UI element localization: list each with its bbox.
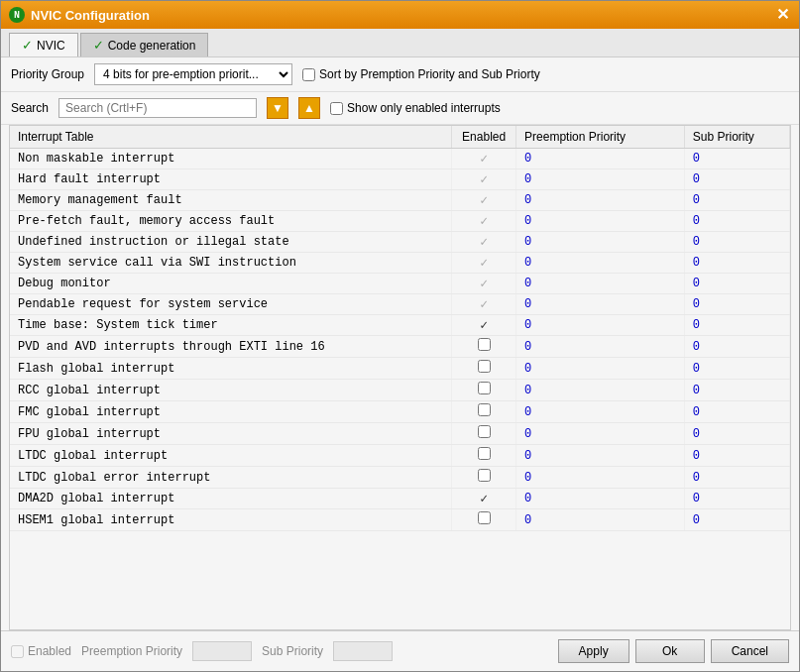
interrupt-enabled[interactable] [452,336,516,358]
col-header-preemption: Preemption Priority [516,126,685,149]
interrupt-name: HSEM1 global interrupt [10,509,452,531]
bottom-bar: Enabled Preemption Priority Sub Priority… [1,630,799,671]
interrupt-name: Undefined instruction or illegal state [10,232,452,253]
show-enabled-text: Show only enabled interrupts [347,101,501,115]
bottom-enabled-label: Enabled [11,644,71,658]
close-button[interactable]: ✕ [774,7,791,23]
interrupt-sub: 0 [684,211,789,232]
apply-button[interactable]: Apply [558,639,629,663]
interrupt-preemption: 0 [516,489,685,509]
interrupt-preemption: 0 [516,211,685,232]
sort-checkbox[interactable] [302,68,315,81]
bottom-enabled-checkbox[interactable] [11,645,24,658]
table-row: DMA2D global interrupt✓00 [10,489,790,509]
content-area: Interrupt Table Enabled Preemption Prior… [1,125,799,630]
interrupt-sub: 0 [684,336,789,358]
search-input[interactable] [58,98,257,118]
interrupt-enabled[interactable]: ✓ [452,253,516,274]
interrupt-preemption: 0 [516,149,685,169]
interrupt-sub: 0 [684,253,789,274]
interrupt-preemption: 0 [516,509,685,531]
interrupt-enabled[interactable]: ✓ [452,190,516,211]
table-row: System service call via SWI instruction✓… [10,253,790,274]
interrupt-preemption: 0 [516,401,685,423]
interrupt-sub: 0 [684,169,789,190]
interrupt-enabled[interactable] [452,467,516,489]
interrupt-enabled[interactable]: ✓ [452,211,516,232]
interrupt-enabled[interactable] [452,509,516,531]
table-header-row: Interrupt Table Enabled Preemption Prior… [10,126,790,149]
interrupt-preemption: 0 [516,190,685,211]
interrupt-enabled[interactable] [452,358,516,380]
action-buttons: Apply Ok Cancel [558,639,789,663]
title-bar-left: N NVIC Configuration [9,7,150,23]
interrupt-name: DMA2D global interrupt [10,489,452,509]
interrupt-sub: 0 [684,190,789,211]
sort-label: Sort by Premption Priority and Sub Prior… [319,67,540,81]
table-row: FMC global interrupt00 [10,401,790,423]
window-icon: N [9,7,25,23]
interrupt-name: RCC global interrupt [10,380,452,401]
search-down-button[interactable]: ▼ [267,97,288,119]
interrupt-table-container[interactable]: Interrupt Table Enabled Preemption Prior… [9,125,791,630]
table-row: Pre-fetch fault, memory access fault✓00 [10,211,790,232]
interrupt-enabled[interactable] [452,445,516,467]
show-enabled-label[interactable]: Show only enabled interrupts [330,101,501,115]
interrupt-enabled[interactable]: ✓ [452,315,516,336]
interrupt-name: LTDC global interrupt [10,445,452,467]
interrupt-name: Pre-fetch fault, memory access fault [10,211,452,232]
table-row: LTDC global interrupt00 [10,445,790,467]
interrupt-name: FMC global interrupt [10,401,452,423]
table-row: Non maskable interrupt✓00 [10,149,790,169]
interrupt-preemption: 0 [516,467,685,489]
sort-checkbox-label[interactable]: Sort by Premption Priority and Sub Prior… [302,67,540,81]
interrupt-sub: 0 [684,445,789,467]
interrupt-preemption: 0 [516,445,685,467]
interrupt-enabled[interactable]: ✓ [452,274,516,294]
tab-nvic-label: NVIC [37,39,65,53]
table-row: Hard fault interrupt✓00 [10,169,790,190]
bottom-enabled-text: Enabled [28,644,71,658]
ok-button[interactable]: Ok [635,639,705,663]
interrupt-enabled[interactable]: ✓ [452,489,516,509]
interrupt-enabled[interactable]: ✓ [452,294,516,315]
interrupt-name: Hard fault interrupt [10,169,452,190]
interrupt-preemption: 0 [516,380,685,401]
search-up-button[interactable]: ▲ [298,97,320,119]
table-row: Undefined instruction or illegal state✓0… [10,232,790,253]
tab-nvic-check: ✓ [22,38,33,53]
interrupt-enabled[interactable]: ✓ [452,232,516,253]
interrupt-enabled[interactable] [452,401,516,423]
table-row: PVD and AVD interrupts through EXTI line… [10,336,790,358]
interrupt-sub: 0 [684,401,789,423]
priority-group-select[interactable]: 4 bits for pre-emption priorit... [94,63,292,85]
interrupt-enabled[interactable]: ✓ [452,149,516,169]
interrupt-name: FPU global interrupt [10,423,452,445]
bottom-preemption-input[interactable] [192,641,252,661]
interrupt-preemption: 0 [516,336,685,358]
interrupt-name: Time base: System tick timer [10,315,452,336]
interrupt-name: Debug monitor [10,274,452,294]
interrupt-sub: 0 [684,358,789,380]
interrupt-preemption: 0 [516,358,685,380]
tab-nvic[interactable]: ✓ NVIC [9,33,78,56]
cancel-button[interactable]: Cancel [711,639,789,663]
tab-code-generation[interactable]: ✓ Code generation [80,33,209,56]
interrupt-enabled[interactable]: ✓ [452,169,516,190]
interrupt-enabled[interactable] [452,380,516,401]
interrupt-sub: 0 [684,380,789,401]
col-header-sub: Sub Priority [684,126,789,149]
window-title: NVIC Configuration [31,8,150,23]
table-row: Memory management fault✓00 [10,190,790,211]
table-row: RCC global interrupt00 [10,380,790,401]
bottom-sub-input[interactable] [333,641,393,661]
bottom-sub-label: Sub Priority [262,644,323,658]
interrupt-sub: 0 [684,149,789,169]
interrupt-sub: 0 [684,489,789,509]
title-bar: N NVIC Configuration ✕ [1,1,799,29]
priority-group-label: Priority Group [11,67,84,81]
interrupt-preemption: 0 [516,423,685,445]
interrupt-enabled[interactable] [452,423,516,445]
search-bar: Search ▼ ▲ Show only enabled interrupts [1,92,799,125]
show-enabled-checkbox[interactable] [330,102,343,115]
